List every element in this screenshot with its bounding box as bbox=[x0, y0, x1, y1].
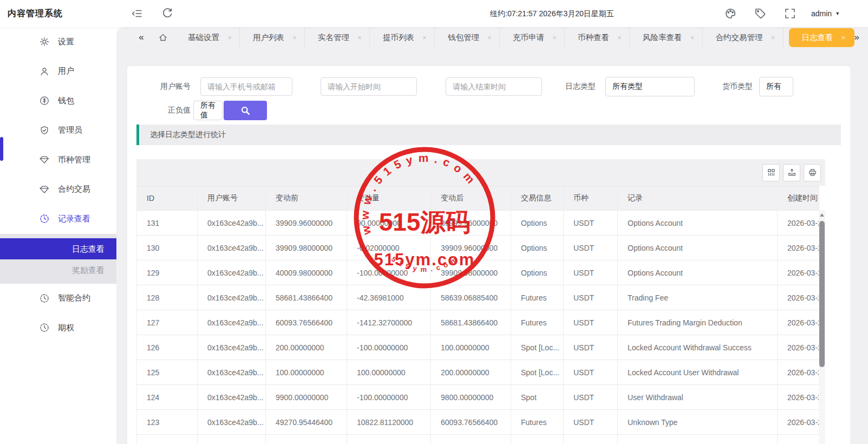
sidebar-item-coin-manage[interactable]: 币种管理 bbox=[0, 145, 116, 175]
table-row[interactable]: 1290x163ce42a9b...40009.98000000-100.000… bbox=[137, 260, 819, 285]
close-icon[interactable]: × bbox=[356, 34, 363, 42]
tabs-scroll-right-icon[interactable]: » bbox=[854, 32, 859, 43]
close-icon[interactable]: × bbox=[551, 34, 558, 42]
close-icon[interactable]: × bbox=[291, 34, 298, 42]
table-cell: 90.00000000 bbox=[347, 211, 431, 236]
tab-wallet-manage[interactable]: 钱包管理× bbox=[435, 27, 500, 48]
table-vertical-scrollbar[interactable] bbox=[819, 210, 825, 444]
refresh-icon[interactable] bbox=[161, 8, 173, 19]
table-cell: 9900.00000000 bbox=[266, 385, 347, 410]
table-cell: 125 bbox=[137, 360, 198, 385]
table-row[interactable]: 1230x163ce42a9b...49270.9544640010822.81… bbox=[137, 410, 819, 435]
sidebar-item-smart-contract[interactable]: 智能合约 bbox=[0, 284, 116, 314]
tab-risk-rate-view[interactable]: 风险率查看× bbox=[630, 27, 703, 48]
table-cell bbox=[137, 435, 198, 444]
clock-datetime: 纽约:07:21:57 2026年3月20日星期五 bbox=[490, 0, 614, 27]
notice-text: 选择日志类型进行统计 bbox=[150, 130, 226, 140]
close-icon[interactable]: × bbox=[486, 34, 493, 42]
table-cell: 58639.06885400 bbox=[431, 285, 511, 310]
log-type-value: 所有类型 bbox=[612, 82, 643, 92]
tab-deposit-request[interactable]: 充币申请× bbox=[500, 27, 565, 48]
close-icon[interactable]: × bbox=[421, 34, 428, 42]
table-cell: 58681.43866400 bbox=[266, 285, 347, 310]
table-row[interactable]: 1240x163ce42a9b...9900.00000000-100.0000… bbox=[137, 385, 819, 410]
table-cell: 10822.81120000 bbox=[347, 410, 431, 435]
gem-icon bbox=[40, 155, 49, 165]
table-cell: 2026-03-20 bbox=[778, 285, 819, 310]
table-cell: Options Account bbox=[618, 236, 778, 260]
sidebar-item-options[interactable]: 期权 bbox=[0, 313, 116, 343]
table-cell: Spot [Loc... bbox=[511, 360, 564, 385]
table-row[interactable]: 1300x163ce42a9b...39909.98000000-0.02000… bbox=[137, 236, 819, 260]
scroll-up-arrow-icon[interactable] bbox=[820, 213, 824, 217]
sidebar-subitem-reward-view[interactable]: 奖励查看 bbox=[0, 259, 116, 280]
theme-palette-icon[interactable] bbox=[725, 8, 736, 19]
main-area: « 基础设置×用户列表×实名管理×提币列表×钱包管理×充币申请×币种查看×风险率… bbox=[116, 27, 868, 444]
sidebar-scrollbar[interactable] bbox=[0, 137, 3, 161]
table-row[interactable]: 1280x163ce42a9b...58681.43866400-42.3698… bbox=[137, 285, 819, 310]
close-icon[interactable]: × bbox=[840, 34, 847, 42]
scrollbar-thumb[interactable] bbox=[819, 221, 825, 367]
table-cell: 0x163ce42a9b... bbox=[198, 360, 266, 385]
tab-basic-settings[interactable]: 基础设置× bbox=[175, 27, 240, 48]
column-header: 交易信息 bbox=[511, 186, 564, 211]
home-tab-icon[interactable] bbox=[151, 32, 175, 42]
table-cell: 124 bbox=[137, 385, 198, 410]
tab-label: 币种查看 bbox=[578, 32, 609, 43]
user-menu[interactable]: admin ▼ bbox=[811, 0, 840, 27]
table-cell: 60093.76566400 bbox=[431, 410, 511, 435]
filter-row-1: 用户账号 日志类型 所有类型 货币类型 所有 bbox=[136, 77, 841, 96]
table-row[interactable]: 1260x163ce42a9b...200.00000000-100.00000… bbox=[137, 335, 819, 360]
end-time-input[interactable] bbox=[446, 77, 542, 96]
export-button[interactable] bbox=[783, 164, 800, 181]
content: 用户账号 日志类型 所有类型 货币类型 所有 正负值 bbox=[116, 48, 868, 444]
tab-user-list[interactable]: 用户列表× bbox=[240, 27, 305, 48]
collapse-sidebar-icon[interactable] bbox=[131, 8, 143, 19]
close-icon[interactable]: × bbox=[770, 34, 776, 42]
column-header: 变动后 bbox=[431, 186, 511, 211]
sign-select[interactable]: 所有值 bbox=[193, 101, 223, 120]
sidebar-subitem-log-view[interactable]: 日志查看 bbox=[0, 238, 116, 259]
tab-log-view[interactable]: 日志查看× bbox=[789, 28, 854, 47]
search-button[interactable] bbox=[224, 101, 267, 120]
fullscreen-icon[interactable] bbox=[784, 8, 796, 19]
sidebar-item-contract-trade[interactable]: 合约交易 bbox=[0, 175, 116, 205]
table-cell: 0x163ce42a9b... bbox=[198, 335, 266, 360]
start-time-input[interactable] bbox=[321, 77, 417, 96]
account-input[interactable] bbox=[200, 77, 292, 96]
sidebar-item-records[interactable]: 记录查看 bbox=[0, 204, 116, 234]
table-cell bbox=[618, 435, 778, 444]
sidebar-item-admins[interactable]: 管理员 bbox=[0, 116, 116, 146]
tabs-scroll-left-icon[interactable]: « bbox=[132, 32, 151, 43]
table-cell: Futures bbox=[511, 410, 564, 435]
sidebar-item-settings[interactable]: 设置 bbox=[0, 27, 116, 57]
close-icon[interactable]: × bbox=[226, 34, 233, 42]
table-row[interactable]: 1310x163ce42a9b...39909.9600000090.00000… bbox=[137, 211, 819, 236]
table-cell: Futures bbox=[511, 285, 564, 310]
table-row[interactable]: 1250x163ce42a9b...100.00000000100.000000… bbox=[137, 360, 819, 385]
table-row[interactable]: 1270x163ce42a9b...60093.76566400-1412.32… bbox=[137, 310, 819, 335]
table-cell: 126 bbox=[137, 335, 198, 360]
tab-kyc-manage[interactable]: 实名管理× bbox=[305, 27, 370, 48]
tag-icon[interactable] bbox=[754, 8, 766, 19]
log-type-label: 日志类型 bbox=[555, 82, 596, 92]
sidebar-item-label: 合约交易 bbox=[58, 184, 90, 194]
sidebar-submenu: 日志查看奖励查看 bbox=[0, 234, 116, 284]
currency-type-select[interactable]: 所有 bbox=[759, 77, 793, 96]
log-type-select[interactable]: 所有类型 bbox=[605, 77, 695, 96]
sidebar-item-users[interactable]: 用户 bbox=[0, 57, 116, 87]
tab-withdraw-list[interactable]: 提币列表× bbox=[370, 27, 435, 48]
tab-coin-view[interactable]: 币种查看× bbox=[565, 27, 630, 48]
table-cell: 131 bbox=[137, 211, 198, 236]
close-icon[interactable]: × bbox=[616, 34, 623, 42]
user-icon bbox=[40, 67, 49, 76]
columns-toggle-button[interactable] bbox=[762, 164, 780, 181]
close-icon[interactable]: × bbox=[689, 34, 696, 42]
table-cell: Futures bbox=[511, 310, 564, 335]
tab-label: 充币申请 bbox=[513, 32, 544, 43]
tab-contract-trade-manage[interactable]: 合约交易管理× bbox=[703, 27, 784, 48]
tab-label: 日志查看 bbox=[802, 32, 833, 43]
sidebar-item-wallet[interactable]: 钱包 bbox=[0, 86, 116, 116]
table-cell: 9800.00000000 bbox=[431, 385, 511, 410]
print-button[interactable] bbox=[804, 164, 821, 181]
